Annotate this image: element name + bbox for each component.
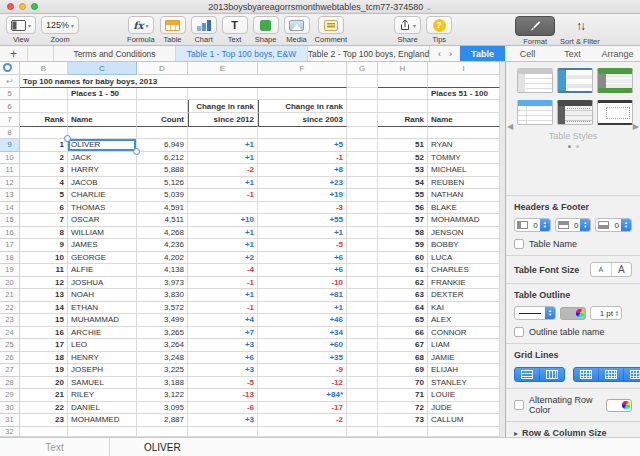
column-header-B[interactable]: B [20, 62, 68, 75]
cell-empty[interactable] [347, 202, 378, 215]
cell-empty[interactable] [378, 100, 428, 113]
cell-empty[interactable] [20, 88, 68, 100]
cell-rank-60[interactable]: 60 [378, 252, 428, 265]
cell-rank-58[interactable]: 58 [378, 227, 428, 240]
row-header-15[interactable]: 15 [0, 214, 20, 227]
cell-empty[interactable] [347, 264, 378, 277]
cell-empty[interactable] [428, 100, 500, 113]
cell-empty[interactable] [68, 100, 137, 113]
cell-rank-11[interactable]: 11 [20, 264, 68, 277]
cell-rank-70[interactable]: 70 [378, 377, 428, 390]
cell-rank-23[interactable]: 23 [20, 414, 68, 427]
column-header-G[interactable]: G [347, 62, 378, 75]
cell-name-william[interactable]: WILLIAM [68, 227, 137, 240]
inspector-tab-text[interactable]: Text [550, 46, 595, 61]
cell-count[interactable]: 6,212 [137, 152, 188, 165]
cell-rank-73[interactable]: 73 [378, 414, 428, 427]
decrease-font-button[interactable]: A [591, 263, 612, 276]
cell-count[interactable]: 3,572 [137, 302, 188, 315]
cell-empty[interactable] [258, 88, 347, 100]
cell-change-2003[interactable]: -2 [258, 414, 347, 427]
sheet-tab-table2[interactable]: Table 2 - Top 100 boys, England [308, 46, 430, 61]
row-header-31[interactable]: 31 [0, 414, 20, 427]
color-wheel-icon[interactable] [576, 309, 584, 317]
cell-name-header[interactable]: Name [68, 113, 137, 127]
cell-change-2003[interactable]: +23 [258, 177, 347, 190]
cell-change-2012[interactable]: -1 [188, 302, 258, 315]
cell-rank-18[interactable]: 18 [20, 352, 68, 365]
cell-name-jude[interactable]: JUDE [428, 402, 500, 415]
cell-empty[interactable] [347, 152, 378, 165]
cell-name-ryan[interactable]: RYAN [428, 139, 500, 152]
cell-count[interactable]: 4,138 [137, 264, 188, 277]
body-gridlines-button[interactable] [598, 368, 623, 381]
cell-change-2012[interactable]: +1 [188, 139, 258, 152]
cell-title[interactable]: Top 100 names for baby boys, 2013 [20, 75, 347, 88]
cell-empty[interactable] [347, 227, 378, 240]
cell-change-2012[interactable]: +1 [188, 289, 258, 302]
cell-rank-14[interactable]: 14 [20, 302, 68, 315]
cell-name-leo[interactable]: LEO [68, 339, 137, 352]
alternating-row-color-checkbox[interactable] [514, 400, 524, 410]
cell-empty[interactable] [347, 177, 378, 190]
row-header-24[interactable]: 24 [0, 327, 20, 340]
column-header-H[interactable]: H [378, 62, 428, 75]
cell-count[interactable]: 3,248 [137, 352, 188, 365]
cell-name-noah[interactable]: NOAH [68, 289, 137, 302]
cell-change-2012[interactable]: -1 [188, 189, 258, 202]
table-style-dark-header[interactable] [557, 100, 593, 125]
cell-change-2012[interactable]: +1 [188, 227, 258, 240]
cell-count[interactable]: 3,188 [137, 377, 188, 390]
cell-change-2003[interactable]: +19 [258, 189, 347, 202]
row-header-26[interactable]: 26 [0, 352, 20, 365]
cell-rank-15[interactable]: 15 [20, 314, 68, 327]
cell-empty[interactable] [137, 427, 188, 437]
cell-change-2012[interactable]: -1 [188, 277, 258, 290]
cell-empty[interactable] [428, 427, 500, 437]
cell-places-left[interactable]: Places 1 - 50 [68, 88, 137, 100]
header-gridlines-button[interactable] [574, 368, 598, 381]
row-header-20[interactable]: 20 [0, 277, 20, 290]
cell-empty[interactable] [347, 75, 378, 88]
cell-empty[interactable] [347, 314, 378, 327]
row-header-22[interactable]: 22 [0, 302, 20, 315]
cell-name-jamie[interactable]: JAMIE [428, 352, 500, 365]
cell-name-james[interactable]: JAMES [68, 239, 137, 252]
cell-change-2003[interactable]: -17 [258, 402, 347, 415]
cell-rank-57[interactable]: 57 [378, 214, 428, 227]
cell-change-2003[interactable]: -9 [258, 364, 347, 377]
styles-prev-arrow[interactable]: ◀ [507, 122, 513, 131]
cell-count[interactable]: 3,265 [137, 327, 188, 340]
cell-count[interactable]: 5,126 [137, 177, 188, 190]
table-style-green-header[interactable] [597, 68, 633, 93]
table-select-handle[interactable] [0, 62, 20, 75]
cell-change-2003[interactable]: -12 [258, 377, 347, 390]
row-header-11[interactable]: 11 [0, 164, 20, 177]
insert-table-button[interactable]: Table [160, 16, 186, 44]
cell-count[interactable]: 3,973 [137, 277, 188, 290]
cell-change-2003[interactable]: +60 [258, 339, 347, 352]
cell-name-jacob[interactable]: JACOB [68, 177, 137, 190]
cell-name-blake[interactable]: BLAKE [428, 202, 500, 215]
cell-rank-59[interactable]: 59 [378, 239, 428, 252]
cell-name-thomas[interactable]: THOMAS [68, 202, 137, 215]
horizontal-gridlines-button[interactable] [515, 368, 539, 381]
cell-change-2003[interactable]: +1 [258, 302, 347, 315]
cell-format-mode[interactable]: Text [0, 438, 110, 456]
cell-empty[interactable] [347, 364, 378, 377]
cell-name-connor[interactable]: CONNOR [428, 327, 500, 340]
cell-change-2012[interactable]: +3 [188, 414, 258, 427]
cell-count[interactable]: 4,268 [137, 227, 188, 240]
cell-name-louie[interactable]: LOUIE [428, 389, 500, 402]
table-name-checkbox[interactable] [514, 239, 524, 249]
inspector-tab-table[interactable]: Table [460, 46, 505, 61]
cell-change-2012[interactable]: -6 [188, 402, 258, 415]
cell-name-bobby[interactable]: BOBBY [428, 239, 500, 252]
cell-change-2003[interactable]: +34 [258, 327, 347, 340]
cell-empty[interactable] [347, 302, 378, 315]
cell-empty[interactable] [347, 100, 378, 113]
cell-name-nathan[interactable]: NATHAN [428, 189, 500, 202]
column-header-I[interactable]: I [428, 62, 500, 75]
cell-change-2012[interactable]: -2 [188, 164, 258, 177]
cell-name-charlie[interactable]: CHARLIE [68, 189, 137, 202]
